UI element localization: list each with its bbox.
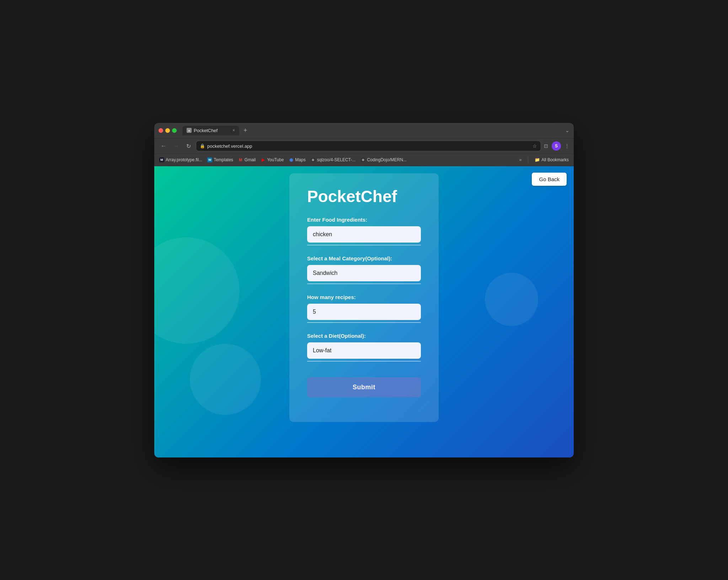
bookmark-array[interactable]: M Array.prototype.fil...	[159, 157, 202, 162]
window-chevron: ⌄	[565, 128, 569, 133]
bookmarks-more-button[interactable]: »	[519, 157, 522, 162]
bookmarks-bar: M Array.prototype.fil... W Templates M G…	[154, 154, 574, 166]
bookmark-label-gmail: Gmail	[245, 157, 256, 162]
ingredients-label: Enter Food Ingredients:	[307, 217, 421, 223]
bookmark-favicon-templates: W	[207, 157, 212, 162]
app-title: PocketChef	[307, 188, 421, 206]
bookmark-label-maps: Maps	[295, 157, 305, 162]
bookmark-label-templates: Templates	[214, 157, 233, 162]
bookmark-label-codingdojo: CodingDojo/MERN...	[367, 157, 406, 162]
profile-avatar[interactable]: S	[552, 141, 561, 151]
browser-window: ▲ PocketChef × + ⌄ ← → ↻ 🔒 pocketchef.ve…	[154, 123, 574, 457]
new-tab-button[interactable]: +	[241, 125, 250, 136]
go-back-button[interactable]: Go Back	[532, 173, 567, 186]
ingredients-underline	[307, 245, 421, 245]
diet-underline	[307, 361, 421, 362]
bg-circle-1	[154, 237, 240, 344]
tab-bar: ▲ PocketChef × +	[182, 125, 562, 136]
close-window-button[interactable]	[159, 128, 163, 133]
traffic-lights	[159, 128, 177, 133]
category-label: Select a Meal Category(Optional):	[307, 255, 421, 261]
form-card: PocketChef Enter Food Ingredients: Selec…	[289, 173, 439, 422]
bookmark-label-array: Array.prototype.fil...	[166, 157, 202, 162]
all-bookmarks-label: All Bookmarks	[541, 157, 569, 162]
bookmark-star-icon[interactable]: ☆	[532, 143, 537, 149]
bookmark-label-youtube: YouTube	[267, 157, 284, 162]
url-text: pocketchef.vercel.app	[207, 143, 530, 149]
tab-favicon: ▲	[187, 128, 192, 133]
recipes-label: How many recipes:	[307, 294, 421, 300]
category-underline	[307, 283, 421, 284]
bookmark-favicon-codingdojo: ⊙	[360, 157, 365, 162]
bookmark-maps[interactable]: ◉ Maps	[289, 157, 305, 162]
address-bar[interactable]: 🔒 pocketchef.vercel.app ☆	[196, 141, 541, 151]
bookmark-gmail[interactable]: M Gmail	[238, 157, 256, 162]
bookmark-favicon-youtube: ▶	[261, 157, 266, 162]
tab-close-button[interactable]: ×	[232, 128, 235, 133]
bookmark-favicon-gmail: M	[238, 157, 243, 162]
extensions-icon[interactable]: ⊡	[544, 143, 548, 149]
bookmark-favicon-sqlzoo: ⊙	[311, 157, 316, 162]
folder-icon: 📁	[535, 157, 540, 162]
ingredients-input[interactable]	[307, 226, 421, 243]
bookmark-favicon-array: M	[159, 157, 164, 162]
maximize-window-button[interactable]	[172, 128, 177, 133]
title-bar: ▲ PocketChef × + ⌄	[154, 123, 574, 139]
nav-right-icons: ⊡ S ⋮	[544, 141, 569, 151]
back-button[interactable]: ←	[159, 141, 168, 151]
bookmark-youtube[interactable]: ▶ YouTube	[261, 157, 284, 162]
bookmark-templates[interactable]: W Templates	[207, 157, 233, 162]
bookmarks-separator	[528, 157, 528, 163]
bg-circle-2	[190, 344, 261, 415]
submit-button[interactable]: Submit	[307, 377, 421, 397]
all-bookmarks-button[interactable]: 📁 All Bookmarks	[535, 157, 569, 162]
bg-circle-3	[485, 273, 538, 326]
category-input[interactable]	[307, 265, 421, 281]
refresh-button[interactable]: ↻	[184, 141, 193, 151]
active-tab[interactable]: ▲ PocketChef ×	[182, 126, 239, 135]
bookmark-label-sqlzoo: sqlzoo/4-SELECT-...	[317, 157, 356, 162]
bookmark-favicon-maps: ◉	[289, 157, 294, 162]
recipes-underline	[307, 322, 421, 323]
browser-menu-icon[interactable]: ⋮	[564, 143, 569, 149]
bookmark-sqlzoo[interactable]: ⊙ sqlzoo/4-SELECT-...	[311, 157, 356, 162]
bookmark-codingdojo[interactable]: ⊙ CodingDojo/MERN...	[360, 157, 406, 162]
tab-title: PocketChef	[194, 128, 218, 133]
diet-input[interactable]	[307, 342, 421, 359]
recipes-input[interactable]	[307, 304, 421, 320]
lock-icon: 🔒	[200, 143, 205, 148]
diet-label: Select a Diet(Optional):	[307, 333, 421, 339]
minimize-window-button[interactable]	[165, 128, 170, 133]
forward-button[interactable]: →	[171, 141, 181, 151]
page-content: Go Back PocketChef Enter Food Ingredient…	[154, 166, 574, 457]
nav-bar: ← → ↻ 🔒 pocketchef.vercel.app ☆ ⊡ S ⋮	[154, 139, 574, 154]
